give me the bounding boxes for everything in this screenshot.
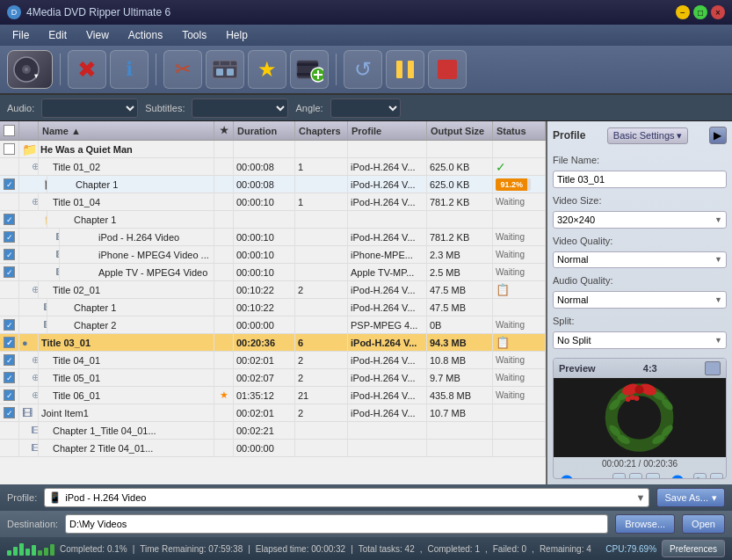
maximize-button[interactable]: □	[693, 5, 707, 19]
table-row[interactable]: 🎞 Chapter 1 00:10:22 iPod-H.264 V... 47.…	[0, 299, 546, 316]
header-checkbox[interactable]	[4, 125, 15, 136]
add-film-button[interactable]	[290, 50, 329, 89]
table-row[interactable]: ⊕ Title 01_04 00:00:10 1 iPod-H.264 V...…	[0, 193, 546, 211]
basic-settings-button[interactable]: Basic Settings ▾	[607, 127, 688, 144]
row-check[interactable]	[0, 229, 19, 245]
row-check[interactable]	[0, 440, 19, 456]
row-check[interactable]	[0, 176, 19, 193]
row-star[interactable]	[214, 264, 234, 280]
table-row[interactable]: 🎞 Chapter 2 00:00:00 PSP-MPEG 4... 0B Wa…	[0, 316, 546, 334]
table-row[interactable]: ⊕ Title 02_01 00:10:22 2 iPod-H.264 V...…	[0, 281, 546, 299]
video-size-select[interactable]: 320×240 ▼	[553, 211, 727, 229]
edit-button[interactable]	[206, 50, 244, 89]
video-quality-select[interactable]: Normal ▼	[553, 251, 727, 269]
table-row[interactable]: 📁 He Was a Quiet Man	[0, 141, 546, 158]
row-star[interactable]	[214, 334, 234, 351]
open-button[interactable]: Open	[682, 514, 725, 534]
row-star[interactable]	[214, 176, 234, 193]
table-row[interactable]: ● Title 03_01 00:20:36 6 iPod-H.264 V...…	[0, 334, 546, 352]
row-star[interactable]	[214, 352, 234, 368]
header-chapters[interactable]: Chapters	[295, 121, 348, 140]
menu-actions[interactable]: Actions	[120, 27, 171, 43]
play-forward-button[interactable]: ⏭	[646, 473, 659, 479]
pause-button[interactable]	[386, 50, 424, 89]
row-check[interactable]	[0, 193, 19, 210]
row-star[interactable]	[214, 316, 234, 333]
menu-edit[interactable]: Edit	[40, 27, 76, 43]
subtitles-select[interactable]	[192, 98, 288, 118]
menu-file[interactable]: File	[4, 27, 38, 43]
screenshot-button[interactable]: 📷	[710, 473, 723, 479]
table-row[interactable]: 🎞 iPhone - MPEG4 Video ... 00:00:10 iPho…	[0, 246, 546, 264]
table-row[interactable]: ⊕ Title 05_01 00:02:07 2 iPod-H.264 V...…	[0, 369, 546, 387]
info-button[interactable]: ℹ	[110, 50, 149, 89]
row-star[interactable]	[214, 193, 234, 210]
audio-quality-select[interactable]: Normal ▼	[553, 291, 727, 309]
row-check[interactable]	[0, 281, 19, 298]
dvd-button[interactable]: ▾	[7, 50, 53, 89]
row-check[interactable]	[0, 387, 19, 404]
row-check[interactable]	[0, 369, 19, 386]
row-check[interactable]	[0, 334, 19, 351]
menu-tools[interactable]: Tools	[173, 27, 215, 43]
destination-input[interactable]: D:\My Videos	[65, 514, 608, 534]
header-output-size[interactable]: Output Size	[427, 121, 493, 140]
row-star[interactable]	[214, 281, 234, 298]
preferences-button[interactable]: Preferences	[662, 540, 725, 557]
split-select[interactable]: No Split ▼	[553, 331, 727, 349]
preview-expand-button[interactable]	[705, 361, 721, 375]
table-row[interactable]: 🎬 Chapter 1 00:00:08 iPod-H.264 V... 625…	[0, 176, 546, 193]
row-check[interactable]	[0, 316, 19, 333]
play-back-button[interactable]: ⏮	[612, 473, 626, 479]
row-check[interactable]	[0, 246, 19, 263]
menu-help[interactable]: Help	[217, 27, 257, 43]
cut-button[interactable]: ✂	[163, 50, 202, 89]
row-star[interactable]	[214, 404, 234, 421]
preview-scrubber[interactable]	[556, 478, 609, 479]
row-check[interactable]	[0, 141, 19, 157]
table-row[interactable]: ⊕ Title 01_02 00:00:08 1 iPod-H.264 V...…	[0, 158, 546, 176]
stop-button[interactable]	[428, 50, 467, 89]
minimize-button[interactable]: −	[676, 5, 690, 19]
browse-button[interactable]: Browse...	[615, 514, 675, 534]
table-row[interactable]: 🎞 Joint Item1 00:02:01 2 iPod-H.264 V...…	[0, 404, 546, 422]
header-name[interactable]: Name ▲	[39, 121, 214, 140]
row-check[interactable]	[0, 211, 19, 228]
save-as-button[interactable]: Save As... ▾	[656, 488, 725, 507]
row-star[interactable]	[214, 440, 234, 456]
row-check[interactable]	[0, 299, 19, 316]
audio-select[interactable]	[41, 98, 138, 118]
header-status[interactable]: Status	[493, 121, 546, 140]
table-row[interactable]: 🎞 Chapter 1_Title 04_01... 00:02:21	[0, 422, 546, 440]
bookmark-button[interactable]: ★	[248, 50, 286, 89]
close-button[interactable]: ×	[711, 5, 725, 19]
table-row[interactable]: 🎞 iPod - H.264 Video 00:00:10 iPod-H.264…	[0, 229, 546, 246]
row-star[interactable]	[214, 158, 234, 175]
refresh-button[interactable]: ↺	[344, 50, 382, 89]
row-check[interactable]	[0, 158, 19, 175]
header-duration[interactable]: Duration	[234, 121, 295, 140]
row-star[interactable]	[214, 211, 234, 228]
remove-button[interactable]: ✖	[68, 50, 106, 89]
row-star[interactable]	[214, 369, 234, 386]
filename-field[interactable]: Title 03_01	[553, 171, 727, 188]
profile-select[interactable]: 📱 iPod - H.264 Video ▼	[44, 488, 649, 507]
play-button[interactable]: ▶	[629, 473, 642, 479]
table-row[interactable]: 🎞 Apple TV - MPEG4 Video 00:00:10 Apple …	[0, 264, 546, 281]
table-row[interactable]: 📁 Chapter 1	[0, 211, 546, 229]
zoom-button[interactable]: 🔍	[693, 473, 707, 479]
row-check[interactable]	[0, 352, 19, 368]
row-check[interactable]	[0, 422, 19, 439]
row-star[interactable]	[214, 141, 234, 157]
row-star[interactable]	[214, 246, 234, 263]
table-row[interactable]: ⊕ Title 06_01 ★ 01:35:12 21 iPod-H.264 V…	[0, 387, 546, 404]
header-profile[interactable]: Profile	[348, 121, 427, 140]
table-row[interactable]: 🎞 Chapter 2 Title 04_01... 00:00:00	[0, 440, 546, 457]
menu-view[interactable]: View	[77, 27, 118, 43]
expand-button[interactable]: ▶	[709, 127, 727, 144]
volume-slider[interactable]	[663, 478, 690, 479]
angle-select[interactable]	[330, 98, 401, 118]
row-check[interactable]	[0, 264, 19, 280]
row-star[interactable]	[214, 299, 234, 316]
table-row[interactable]: ⊕ Title 04_01 00:02:01 2 iPod-H.264 V...…	[0, 352, 546, 369]
